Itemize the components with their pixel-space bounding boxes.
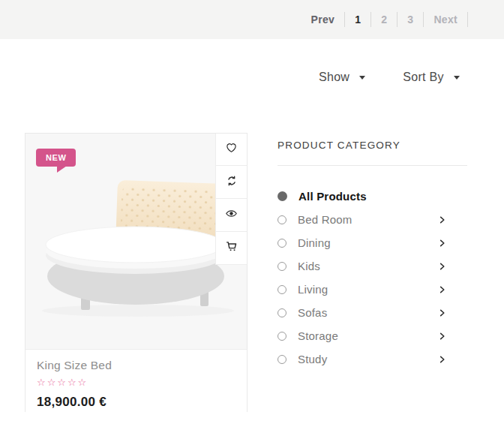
top-pagination-bar: Prev 1 2 3 Next: [0, 0, 504, 39]
chevron-right-icon: [438, 332, 446, 340]
listing-toolbar: Show Sort By: [319, 71, 460, 84]
chevron-right-icon: [438, 239, 446, 247]
radio-selected-icon[interactable]: [278, 191, 287, 201]
sidebar-item-bed-room[interactable]: Bed Room: [278, 208, 467, 231]
radio-icon[interactable]: [278, 285, 286, 294]
chevron-down-icon: [359, 76, 365, 80]
chevron-right-icon: [438, 262, 446, 270]
chevron-down-icon: [454, 76, 460, 80]
radio-icon[interactable]: [278, 239, 286, 248]
chevron-right-icon: [438, 308, 446, 317]
sidebar-item-label: Study: [298, 353, 327, 365]
add-to-cart-button[interactable]: [215, 232, 247, 265]
radio-icon[interactable]: [278, 215, 286, 224]
sidebar-item-label: All Products: [298, 190, 367, 203]
sidebar-heading: PRODUCT CATEGORY: [278, 140, 467, 151]
chevron-right-icon: [438, 285, 446, 293]
sidebar-item-study[interactable]: Study: [278, 347, 467, 371]
sidebar-item-dining[interactable]: Dining: [278, 231, 467, 254]
compare-button[interactable]: [215, 166, 247, 199]
sort-by-dropdown[interactable]: Sort By: [403, 71, 460, 84]
sync-icon: [226, 175, 238, 190]
sidebar-item-all-products[interactable]: All Products: [278, 185, 467, 208]
quick-view-button[interactable]: [215, 199, 247, 232]
star-rating: ☆☆☆☆☆: [37, 377, 236, 388]
product-listing-page: Prev 1 2 3 Next Show Sort By NEW: [0, 0, 504, 427]
show-dropdown[interactable]: Show: [319, 71, 365, 84]
pagination-prev[interactable]: Prev: [302, 12, 346, 27]
pagination-page-2[interactable]: 2: [371, 12, 398, 27]
chevron-right-icon: [438, 215, 446, 224]
radio-icon[interactable]: [278, 262, 286, 271]
radio-icon[interactable]: [278, 308, 286, 317]
product-title[interactable]: King Size Bed: [37, 359, 236, 372]
sidebar-item-storage[interactable]: Storage: [278, 324, 467, 347]
pagination-next[interactable]: Next: [424, 12, 468, 27]
product-image-area: NEW: [26, 134, 247, 350]
chevron-right-icon: [438, 355, 446, 363]
radio-icon[interactable]: [278, 332, 286, 341]
pagination: Prev 1 2 3 Next: [302, 12, 468, 27]
pagination-page-1[interactable]: 1: [345, 12, 371, 27]
product-info: King Size Bed ☆☆☆☆☆ 18,900.00 €: [26, 350, 247, 419]
show-dropdown-label: Show: [319, 71, 350, 84]
wishlist-button[interactable]: [215, 134, 247, 166]
sidebar-item-living[interactable]: Living: [278, 278, 467, 301]
sidebar-item-label: Kids: [298, 260, 320, 272]
heart-icon: [225, 141, 238, 157]
sidebar-item-kids[interactable]: Kids: [278, 254, 467, 278]
sidebar-item-label: Sofas: [298, 306, 327, 319]
eye-icon: [225, 207, 238, 223]
sidebar-item-sofas[interactable]: Sofas: [278, 301, 467, 324]
category-list: All ProductsBed RoomDiningKidsLivingSofa…: [278, 185, 467, 371]
sidebar-item-label: Dining: [298, 236, 331, 249]
sidebar-item-label: Bed Room: [298, 213, 352, 226]
pagination-page-3[interactable]: 3: [398, 12, 424, 27]
product-card[interactable]: NEW: [25, 133, 248, 412]
product-price: 18,900.00 €: [37, 395, 236, 410]
sort-by-dropdown-label: Sort By: [403, 71, 444, 84]
category-sidebar: PRODUCT CATEGORY All ProductsBed RoomDin…: [278, 140, 467, 371]
sidebar-divider: [278, 165, 467, 166]
new-badge: NEW: [36, 149, 76, 167]
product-actions: [215, 134, 247, 265]
cart-icon: [225, 240, 238, 256]
sidebar-item-label: Storage: [298, 329, 338, 342]
sidebar-item-label: Living: [298, 283, 328, 296]
radio-icon[interactable]: [278, 355, 286, 364]
